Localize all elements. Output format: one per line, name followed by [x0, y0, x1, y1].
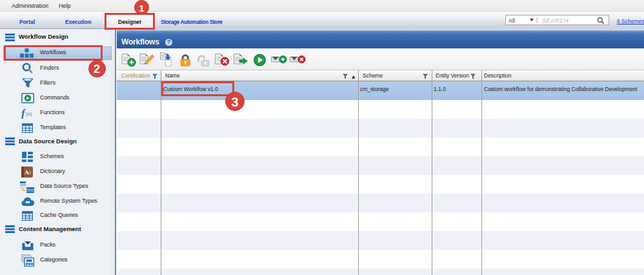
svg-text:(x): (x): [26, 111, 32, 117]
svg-text:a: a: [28, 170, 31, 176]
